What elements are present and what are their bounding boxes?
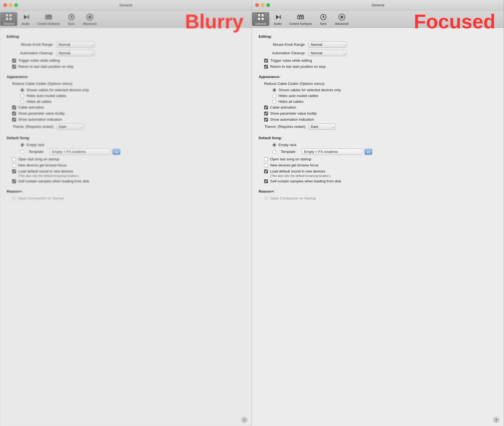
radio-shows-cables-right[interactable] bbox=[272, 88, 276, 92]
theme-select[interactable]: Dark Light bbox=[56, 123, 84, 130]
automation-cleanup-select[interactable]: Normal Strict None bbox=[56, 50, 95, 56]
maximize-button-right[interactable] bbox=[266, 3, 270, 7]
toolbar-item-sync-right[interactable]: Sync bbox=[315, 12, 332, 26]
radio-hides-autorouted-right[interactable] bbox=[272, 94, 276, 98]
general-icon bbox=[4, 13, 13, 21]
self-contain-checkbox[interactable] bbox=[12, 179, 16, 183]
load-default-sound-checkbox[interactable] bbox=[12, 169, 16, 173]
template-input[interactable] bbox=[50, 149, 110, 155]
svg-rect-3 bbox=[9, 17, 12, 20]
open-last-song-checkbox[interactable] bbox=[12, 157, 16, 161]
radio-hides-autorouted[interactable] bbox=[20, 94, 24, 98]
mouse-knob-row: Mouse Knob Range: Normal Slow Fast ⌄ bbox=[7, 41, 245, 48]
radio-template-right[interactable] bbox=[272, 150, 276, 154]
open-companion-label: Open Companion on Startup bbox=[18, 196, 64, 200]
minimize-button[interactable] bbox=[9, 3, 12, 7]
load-default-sound-label: Load default sound in new devices bbox=[18, 169, 73, 173]
load-default-sound-checkbox-right[interactable] bbox=[264, 169, 268, 173]
radio-hides-all-right[interactable] bbox=[272, 100, 276, 104]
radio-hides-all-label-right: Hides all cables bbox=[278, 99, 304, 104]
mouse-knob-select-wrapper-right: Normal Slow Fast ⌄ bbox=[308, 41, 347, 48]
self-contain-label-right: Self-contain samples when loading from d… bbox=[270, 179, 341, 183]
minimize-button-right[interactable] bbox=[261, 3, 264, 7]
close-button[interactable] bbox=[3, 3, 7, 7]
new-devices-browse-row: New devices get browse focus bbox=[7, 163, 245, 167]
window-controls-right bbox=[255, 3, 270, 7]
new-devices-browse-checkbox-right[interactable] bbox=[264, 163, 268, 167]
theme-select-right[interactable]: Dark Light bbox=[308, 123, 336, 130]
return-to-last-checkbox[interactable] bbox=[12, 65, 16, 69]
help-button-right[interactable]: ? bbox=[493, 417, 499, 423]
radio-row-3-right: Hides all cables bbox=[259, 99, 497, 104]
panel-focused: General Focused General bbox=[252, 0, 504, 426]
template-input-right[interactable] bbox=[302, 149, 362, 155]
trigger-notes-label: Trigger notes while editing bbox=[18, 58, 60, 63]
svg-rect-2 bbox=[6, 17, 9, 20]
mouse-knob-select[interactable]: Normal Slow Fast bbox=[56, 41, 95, 48]
self-contain-checkbox-right[interactable] bbox=[264, 179, 268, 183]
trigger-notes-row-right: Trigger notes while editing bbox=[259, 58, 497, 63]
toolbar-label-general-right: General bbox=[255, 22, 266, 25]
toolbar-left: General Audio bbox=[0, 10, 252, 28]
show-automation-row-right: Show automation indication bbox=[259, 117, 497, 122]
trigger-notes-checkbox[interactable] bbox=[12, 59, 16, 63]
help-button-left[interactable]: ? bbox=[241, 417, 247, 423]
mouse-knob-label-right: Mouse Knob Range: bbox=[261, 42, 305, 47]
show-param-tooltip-checkbox[interactable] bbox=[12, 112, 16, 115]
radio-empty-rack[interactable] bbox=[20, 143, 24, 147]
svg-marker-4 bbox=[24, 15, 27, 19]
radio-hides-all[interactable] bbox=[20, 100, 24, 104]
trigger-notes-checkbox-right[interactable] bbox=[264, 59, 268, 63]
toolbar-label-control-surfaces: Control Surfaces bbox=[37, 22, 60, 25]
open-companion-checkbox[interactable] bbox=[12, 196, 16, 200]
toolbar-item-advanced-right[interactable]: Advanced bbox=[332, 12, 352, 26]
cable-animation-checkbox-right[interactable] bbox=[264, 106, 268, 109]
automation-cleanup-row-right: Automation Cleanup: Normal Strict None ⌄ bbox=[259, 50, 497, 56]
radio-shows-cables-label-right: Shows cables for selected devices only bbox=[278, 88, 341, 92]
load-default-sound-row: Load default sound in new devices bbox=[7, 169, 245, 173]
show-automation-checkbox[interactable] bbox=[12, 118, 16, 122]
svg-rect-1 bbox=[9, 14, 12, 17]
reduce-cable-label-right: Reduce Cable Clutter (Options menu): bbox=[259, 82, 497, 86]
new-devices-browse-checkbox[interactable] bbox=[12, 163, 16, 167]
cable-animation-row: Cable animation bbox=[7, 105, 245, 109]
theme-label: Theme: (Requires restart) bbox=[9, 125, 53, 129]
editing-section-label-right: Editing: bbox=[259, 34, 497, 39]
toolbar-item-audio-right[interactable]: Audio bbox=[269, 12, 286, 26]
cable-animation-row-right: Cable animation bbox=[259, 105, 497, 109]
radio-empty-rack-right[interactable] bbox=[272, 143, 276, 147]
open-last-song-checkbox-right[interactable] bbox=[264, 157, 268, 161]
theme-select-wrapper-right: Dark Light ⌄ bbox=[308, 123, 336, 130]
close-button-right[interactable] bbox=[255, 3, 259, 7]
mouse-knob-select-right[interactable]: Normal Slow Fast bbox=[308, 41, 347, 48]
radio-row-3: Hides all cables bbox=[7, 99, 245, 104]
folder-button[interactable]: 🗂 bbox=[112, 149, 120, 155]
automation-cleanup-row: Automation Cleanup: Normal Strict None ⌄ bbox=[7, 50, 245, 56]
trigger-notes-row: Trigger notes while editing bbox=[7, 58, 245, 63]
svg-rect-8 bbox=[46, 16, 47, 19]
toolbar-item-sync[interactable]: Sync bbox=[63, 12, 80, 26]
reason-plus-section-label-right: Reason+: bbox=[259, 189, 497, 193]
radio-template[interactable] bbox=[20, 150, 24, 154]
automation-cleanup-select-right[interactable]: Normal Strict None bbox=[308, 50, 347, 56]
toolbar-item-control-surfaces[interactable]: Control Surfaces bbox=[34, 12, 63, 26]
radio-row-2: Hides auto-routed cables bbox=[7, 94, 245, 98]
show-automation-checkbox-right[interactable] bbox=[264, 118, 268, 122]
template-row: Template: 🗂 bbox=[7, 149, 245, 155]
show-param-tooltip-checkbox-right[interactable] bbox=[264, 112, 268, 115]
toolbar-item-general[interactable]: General bbox=[0, 12, 17, 26]
svg-point-11 bbox=[46, 14, 47, 15]
maximize-button[interactable] bbox=[14, 3, 18, 7]
radio-shows-cables[interactable] bbox=[20, 88, 24, 92]
toolbar-item-cs-right[interactable]: Control Surfaces bbox=[286, 12, 315, 26]
open-companion-checkbox-right[interactable] bbox=[264, 196, 268, 200]
return-to-last-checkbox-right[interactable] bbox=[264, 65, 268, 69]
folder-button-right[interactable]: 🗂 bbox=[364, 149, 372, 155]
toolbar-item-audio[interactable]: Audio bbox=[17, 12, 34, 26]
cable-animation-checkbox[interactable] bbox=[12, 106, 16, 109]
toolbar-item-advanced[interactable]: Advanced bbox=[80, 12, 100, 26]
open-last-song-label-right: Open last song on startup bbox=[270, 157, 311, 161]
return-to-last-label-right: Return to last start position on stop bbox=[270, 64, 326, 69]
template-row-right: Template: 🗂 bbox=[259, 149, 497, 155]
toolbar-item-general-right[interactable]: General bbox=[252, 12, 269, 26]
